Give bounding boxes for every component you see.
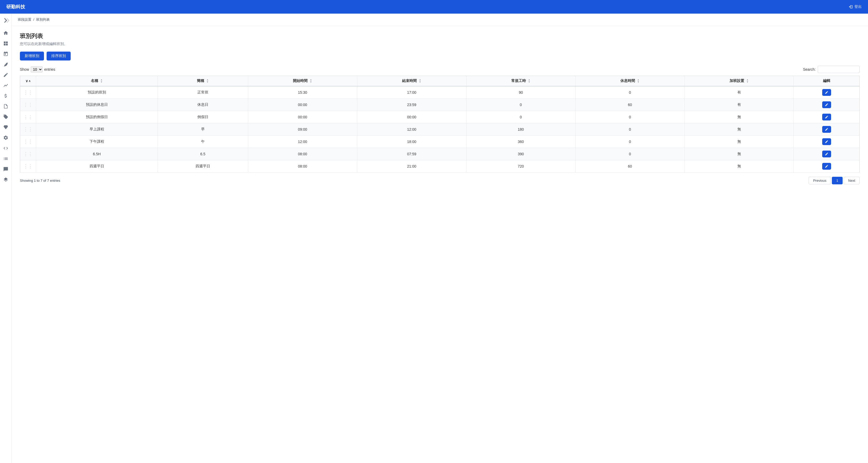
cell-abbr: 6.5 (158, 148, 248, 160)
sidebar-item-tag[interactable] (1, 112, 10, 121)
search-label: Search: (803, 67, 816, 71)
sidebar-item-edit[interactable] (1, 70, 10, 80)
sidebar-item-document[interactable] (1, 102, 10, 111)
cell-name: 6.5H (36, 148, 158, 160)
table-row: ⋮⋮預設的班別正常班15:3017:00900有 (20, 86, 860, 99)
sidebar-item-code[interactable] (1, 144, 10, 153)
sidebar-item-chart[interactable] (1, 81, 10, 90)
main-content: 班段設置 / 班別列表 班別列表 您可以在此新增或編輯班別。 新增班別 排序班別… (11, 13, 868, 463)
cell-overtime: 無 (684, 160, 794, 173)
sort-start-icon: ▲ ▼ (310, 79, 312, 83)
breadcrumb-current: 班別列表 (36, 18, 50, 22)
pagination-info: Showing 1 to 7 of 7 entries (20, 179, 60, 182)
cell-end_time: 23:59 (357, 99, 466, 111)
cell-start_time: 09:00 (248, 123, 357, 136)
sidebar-item-grid[interactable] (1, 39, 10, 48)
cell-edit (794, 111, 860, 123)
table-row: ⋮⋮6.5H6.508:0007:593900無 (20, 148, 860, 160)
cell-overtime: 無 (684, 136, 794, 148)
cell-abbr: 休息日 (158, 99, 248, 111)
app-brand: 研勤科技 (6, 4, 25, 10)
col-break-time[interactable]: 休息時間 ▲ ▼ (575, 76, 684, 86)
cell-edit (794, 123, 860, 136)
table-body: ⋮⋮預設的班別正常班15:3017:00900有⋮⋮預設的休息日休息日00:00… (20, 86, 860, 173)
cell-start_time: 00:00 (248, 111, 357, 123)
cell-break_time: 60 (575, 160, 684, 173)
logout-icon (849, 5, 853, 9)
cell-edit (794, 99, 860, 111)
add-shift-button[interactable]: 新增班別 (20, 52, 44, 60)
cell-work_hours: 0 (466, 111, 575, 123)
cell-edit (794, 160, 860, 173)
sidebar-item-home[interactable] (1, 28, 10, 38)
breadcrumb-separator: / (33, 18, 34, 22)
cell-name: 下午課程 (36, 136, 158, 148)
edit-row-button[interactable] (822, 102, 831, 108)
edit-row-button[interactable] (822, 151, 831, 157)
action-buttons: 新增班別 排序班別 (20, 52, 860, 60)
sidebar-item-settings[interactable] (1, 133, 10, 142)
col-work-hours[interactable]: 常規工時 ▲ ▼ (466, 76, 575, 86)
pagination-buttons: Previous 1 Next (809, 177, 860, 184)
cell-end_time: 21:00 (357, 160, 466, 173)
logout-button[interactable]: 登出 (849, 4, 862, 9)
edit-row-button[interactable] (822, 114, 831, 120)
main-layout: 班段設置 / 班別列表 班別列表 您可以在此新增或編輯班別。 新增班別 排序班別… (0, 13, 868, 463)
col-end-time[interactable]: 結束時間 ▲ ▼ (357, 76, 466, 86)
col-overtime[interactable]: 加班設置 ▲ ▼ (684, 76, 794, 86)
edit-row-button[interactable] (822, 89, 831, 96)
cell-name: 四週平日 (36, 160, 158, 173)
sidebar-item-layers[interactable] (1, 175, 10, 184)
col-abbr[interactable]: 簡稱 ▲ ▼ (158, 76, 248, 86)
cell-overtime: 無 (684, 123, 794, 136)
sidebar-item-diamond[interactable] (1, 122, 10, 132)
edit-row-button[interactable] (822, 138, 831, 145)
search-box: Search: (803, 66, 860, 73)
search-input[interactable] (818, 66, 860, 73)
cell-name: 預設的休息日 (36, 99, 158, 111)
breadcrumb: 班段設置 / 班別列表 (11, 13, 868, 26)
page-title: 班別列表 (20, 32, 860, 40)
cell-start_time: 15:30 (248, 86, 357, 99)
sort-name-icon: ▲ ▼ (100, 79, 103, 83)
col-start-time[interactable]: 開始時間 ▲ ▼ (248, 76, 357, 86)
cell-name: 預設的例假日 (36, 111, 158, 123)
pagination-next[interactable]: Next (844, 177, 860, 184)
table-controls: Show 10 25 50 entries Search: (20, 66, 860, 73)
breadcrumb-parent: 班段設置 (18, 18, 31, 22)
cell-work_hours: 720 (466, 160, 575, 173)
pagination-row: Showing 1 to 7 of 7 entries Previous 1 N… (20, 177, 860, 184)
cell-start_time: 08:00 (248, 148, 357, 160)
pagination-previous[interactable]: Previous (809, 177, 831, 184)
cell-overtime: 無 (684, 148, 794, 160)
edit-row-button[interactable] (822, 126, 831, 133)
col-name[interactable]: 名稱 ▲ ▼ (36, 76, 158, 86)
table-row: ⋮⋮四週平日四週平日08:0021:0072060無 (20, 160, 860, 173)
cell-overtime: 有 (684, 99, 794, 111)
sort-shift-button[interactable]: 排序班別 (46, 52, 71, 60)
pagination-page-1[interactable]: 1 (832, 177, 843, 184)
cell-edit (794, 86, 860, 99)
page-description: 您可以在此新增或編輯班別。 (20, 41, 860, 46)
drag-handle: ⋮⋮ (20, 160, 36, 173)
sidebar-item-list[interactable] (1, 154, 10, 164)
shift-table: ∨ ∧ 名稱 ▲ ▼ 簡稱 (20, 76, 860, 173)
edit-row-button[interactable] (822, 163, 831, 170)
sidebar-toggle[interactable] (1, 16, 10, 25)
sidebar-item-leaf[interactable] (1, 60, 10, 69)
drag-handle: ⋮⋮ (20, 111, 36, 123)
drag-handle: ⋮⋮ (20, 123, 36, 136)
entries-label: entries (44, 67, 55, 71)
drag-handle: ⋮⋮ (20, 99, 36, 111)
sidebar-item-calendar[interactable] (1, 49, 10, 59)
cell-break_time: 0 (575, 111, 684, 123)
col-edit: 編輯 (794, 76, 860, 86)
table-row: ⋮⋮預設的例假日例假日00:0000:0000無 (20, 111, 860, 123)
page-area: 班別列表 您可以在此新增或編輯班別。 新增班別 排序班別 Show 10 25 … (11, 26, 868, 191)
cell-abbr: 午 (158, 136, 248, 148)
sidebar-item-dollar[interactable] (1, 91, 10, 100)
cell-edit (794, 136, 860, 148)
cell-work_hours: 180 (466, 123, 575, 136)
entries-select[interactable]: 10 25 50 (31, 66, 43, 73)
sidebar-item-chat[interactable] (1, 165, 10, 174)
